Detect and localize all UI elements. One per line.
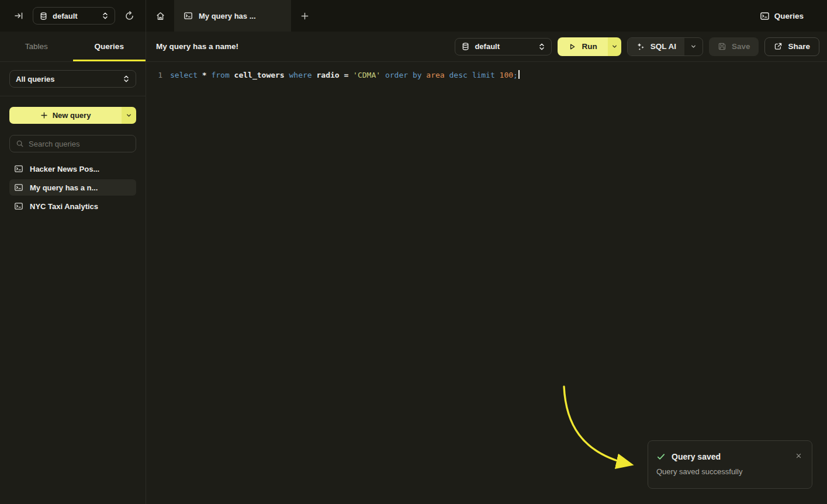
sql-editor[interactable]: 1 select * from cell_towers where radio … [146,62,827,81]
sql-ai-dropdown-button[interactable] [684,38,703,55]
save-label: Save [732,42,750,51]
chevron-updown-icon [538,43,545,51]
home-icon [155,11,165,21]
save-icon [718,42,726,51]
sparkles-icon [636,42,645,51]
search-queries-box [9,135,136,152]
save-button[interactable]: Save [709,37,759,56]
chevron-down-icon [126,112,132,119]
tab-queries[interactable]: Queries [73,32,146,61]
queries-indicator[interactable]: Queries [760,0,827,32]
query-filter-select[interactable]: All queries [9,70,136,88]
text-cursor [518,70,520,79]
collapse-sidebar-button[interactable] [11,8,27,24]
query-list: Hacker News Pos... My query has a n... [9,161,136,214]
new-query-dropdown-button[interactable] [122,107,136,124]
sql-code-line[interactable]: select * from cell_towers where radio = … [170,69,520,81]
database-icon [461,42,470,51]
sql-ai-split-button: SQL AI [627,37,703,56]
chevron-updown-icon [123,75,130,83]
terminal-icon [760,11,770,21]
run-dropdown-button[interactable] [608,37,621,56]
terminal-icon [184,11,193,20]
tab-tables[interactable]: Tables [0,32,73,61]
page-title: My query has a name! [156,42,238,51]
query-list-item[interactable]: NYC Taxi Analytics [9,198,136,214]
plus-icon [40,112,48,119]
run-label: Run [582,42,597,51]
search-queries-input[interactable] [29,140,132,148]
plus-icon [300,12,309,20]
line-number: 1 [155,69,162,81]
chevron-updown-icon [102,12,109,20]
query-item-label: My query has a n... [30,183,98,192]
sql-ai-button[interactable]: SQL AI [628,38,684,55]
chevron-down-icon [690,43,697,50]
tab-strip: My query has ... Queries [146,0,827,32]
database-icon [39,12,48,20]
query-filter-value: All queries [16,75,54,84]
toolbar: default Run [455,37,819,56]
share-button[interactable]: Share [764,37,819,56]
search-icon [16,140,24,148]
arrow-to-bar-icon [14,11,23,20]
toast-title: Query saved [672,452,721,461]
home-button[interactable] [146,0,174,32]
chevron-down-icon [611,43,618,50]
terminal-icon [14,183,23,192]
main-header: My query has a name! default [146,32,827,62]
database-selector-value: default [53,12,97,20]
share-label: Share [788,42,810,51]
toast-message: Query saved successfully [656,467,804,476]
tab-label: My query has ... [199,12,256,20]
top-bar: default [0,0,827,32]
sql-ai-label: SQL AI [650,42,676,51]
queries-indicator-label: Queries [774,12,804,20]
new-query-button[interactable]: New query [9,107,122,124]
play-icon [568,43,576,51]
query-item-label: NYC Taxi Analytics [30,202,98,211]
tab-my-query[interactable]: My query has ... [174,0,291,32]
run-button[interactable]: Run [558,37,607,56]
sidebar-body: All queries New query [0,62,146,223]
new-tab-button[interactable] [291,0,318,32]
run-split-button: Run [558,37,621,56]
new-query-label: New query [53,111,91,120]
query-list-item-selected[interactable]: My query has a n... [9,179,136,196]
toast-close-button[interactable] [793,450,804,461]
query-item-label: Hacker News Pos... [30,165,99,173]
database-selector-value: default [475,42,500,51]
terminal-icon [14,201,23,211]
refresh-icon [124,11,134,21]
top-bar-left: default [0,0,146,32]
database-selector[interactable]: default [33,7,115,25]
database-selector[interactable]: default [455,38,552,55]
query-list-item[interactable]: Hacker News Pos... [9,161,136,177]
check-icon [656,452,666,461]
refresh-button[interactable] [121,8,137,24]
main-panel: My query has a name! default [146,32,827,504]
terminal-icon [14,164,23,173]
toast-query-saved: Query saved Query saved successfully [648,440,812,489]
divider [0,96,146,96]
top-bar-spacer [318,0,760,32]
new-query-split-button: New query [9,107,136,124]
close-icon [795,453,802,459]
toast-header: Query saved [656,452,804,461]
sidebar: Tables Queries All queries New query [0,32,146,504]
sidebar-tabs: Tables Queries [0,32,146,62]
share-icon [774,42,783,51]
